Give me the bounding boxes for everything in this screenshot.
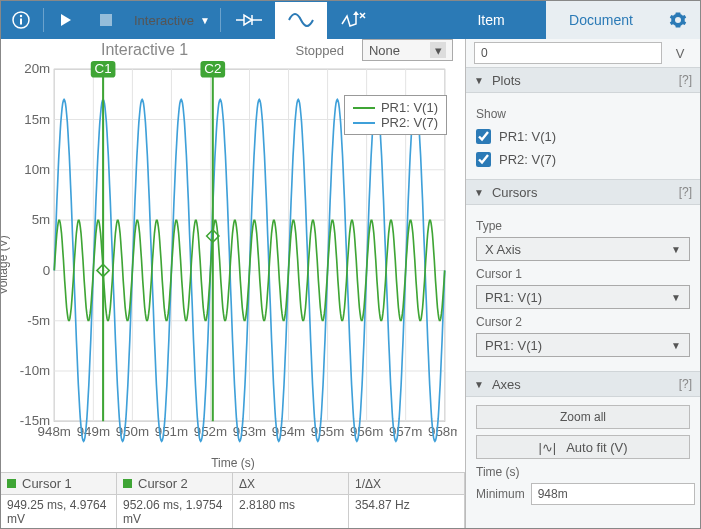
svg-marker-6 xyxy=(244,15,252,25)
time-axis-label: Time (s) xyxy=(476,465,690,479)
cursor1-header: Cursor 1 xyxy=(22,476,72,491)
cursor-type-label: Type xyxy=(476,219,690,233)
invdeltax-value: 354.87 Hz xyxy=(349,495,465,529)
cursor1-swatch xyxy=(7,479,16,488)
y-axis-label: Voltage (V) xyxy=(0,235,10,294)
show-pr2-checkbox[interactable]: PR2: V(7) xyxy=(476,148,690,171)
trace-select[interactable]: None▾ xyxy=(362,39,453,61)
svg-text:5m: 5m xyxy=(32,212,51,227)
svg-text:10m: 10m xyxy=(24,162,50,177)
chart-area[interactable]: Voltage (V) 20m15m10m5m0-5m-10m-15m 948m… xyxy=(1,61,465,454)
mode-label: Interactive xyxy=(134,13,194,28)
properties-panel: V ▼Plots[?] Show PR1: V(1) PR2: V(7) ▼Cu… xyxy=(465,39,700,528)
svg-text:C1: C1 xyxy=(95,61,112,76)
svg-marker-9 xyxy=(353,11,359,15)
zoom-all-button[interactable]: Zoom all xyxy=(476,405,690,429)
mode-dropdown[interactable]: Interactive▼ xyxy=(126,13,218,28)
axes-header-label: Axes xyxy=(492,377,521,392)
plots-help[interactable]: [?] xyxy=(679,73,692,87)
legend: PR1: V(1) PR2: V(7) xyxy=(344,95,447,135)
svg-text:15m: 15m xyxy=(24,112,50,127)
trace-select-value: None xyxy=(369,43,400,58)
diode-tab[interactable] xyxy=(223,1,275,39)
legend-pr1: PR1: V(1) xyxy=(381,100,438,115)
cursors-help[interactable]: [?] xyxy=(679,185,692,199)
cursor1-dropdown[interactable]: PR1: V(1)▼ xyxy=(476,285,690,309)
deltax-value: 2.8180 ms xyxy=(233,495,349,529)
minimum-input[interactable] xyxy=(531,483,695,505)
cursor2-label: Cursor 2 xyxy=(476,315,690,329)
show-pr2-label: PR2: V(7) xyxy=(499,152,556,167)
auto-fit-label: Auto fit (V) xyxy=(566,440,627,455)
show-pr1-label: PR1: V(1) xyxy=(499,129,556,144)
cursor1-value: 949.25 ms, 4.9764 mV xyxy=(1,495,117,529)
stop-button[interactable] xyxy=(86,1,126,39)
cursor-type-dropdown[interactable]: X Axis▼ xyxy=(476,237,690,261)
cursor1-dd-value: PR1: V(1) xyxy=(485,290,542,305)
minimum-label: Minimum xyxy=(476,487,525,501)
cursors-header-label: Cursors xyxy=(492,185,538,200)
top-toolbar: Interactive▼ Item Document xyxy=(1,1,700,39)
plots-section-header[interactable]: ▼Plots[?] xyxy=(466,67,700,93)
tab-item[interactable]: Item xyxy=(436,1,546,39)
tab-document[interactable]: Document xyxy=(546,1,656,39)
cursor-table-header: Cursor 1 Cursor 2 ΔX 1/ΔX xyxy=(1,472,465,494)
top-value-input[interactable] xyxy=(474,42,662,64)
svg-text:-10m: -10m xyxy=(20,363,50,378)
waveform-tab[interactable] xyxy=(275,2,327,40)
plots-header-label: Plots xyxy=(492,73,521,88)
chart-title: Interactive 1 xyxy=(101,41,188,59)
play-button[interactable] xyxy=(46,1,86,39)
svg-text:20m: 20m xyxy=(24,61,50,76)
cursor2-header: Cursor 2 xyxy=(138,476,188,491)
svg-rect-2 xyxy=(20,19,22,25)
svg-text:-5m: -5m xyxy=(27,313,50,328)
cursor-type-value: X Axis xyxy=(485,242,521,257)
svg-text:C2: C2 xyxy=(204,61,221,76)
cursor2-dropdown[interactable]: PR1: V(1)▼ xyxy=(476,333,690,357)
trace-tab[interactable] xyxy=(327,1,379,39)
auto-fit-button[interactable]: |∿|Auto fit (V) xyxy=(476,435,690,459)
cursor2-swatch xyxy=(123,479,132,488)
svg-text:948m: 948m xyxy=(38,424,71,439)
cursor-table-row: 949.25 ms, 4.9764 mV 952.06 ms, 1.9754 m… xyxy=(1,494,465,529)
show-label: Show xyxy=(476,107,690,121)
svg-marker-3 xyxy=(61,14,71,26)
svg-rect-4 xyxy=(100,14,112,26)
info-button[interactable] xyxy=(1,1,41,39)
legend-pr2: PR2: V(7) xyxy=(381,115,438,130)
settings-button[interactable] xyxy=(656,1,700,39)
invdeltax-header: 1/ΔX xyxy=(349,473,465,494)
show-pr1-checkbox[interactable]: PR1: V(1) xyxy=(476,125,690,148)
svg-point-1 xyxy=(20,15,22,17)
cursors-section-header[interactable]: ▼Cursors[?] xyxy=(466,179,700,205)
cursor1-label: Cursor 1 xyxy=(476,267,690,281)
svg-text:0: 0 xyxy=(43,262,50,277)
cursor2-value: 952.06 ms, 1.9754 mV xyxy=(117,495,233,529)
axes-help[interactable]: [?] xyxy=(679,377,692,391)
x-axis-label: Time (s) xyxy=(1,454,465,472)
deltax-header: ΔX xyxy=(233,473,349,494)
sim-status: Stopped xyxy=(285,43,353,58)
top-value-unit: V xyxy=(668,46,692,61)
cursor2-dd-value: PR1: V(1) xyxy=(485,338,542,353)
axes-section-header[interactable]: ▼Axes[?] xyxy=(466,371,700,397)
